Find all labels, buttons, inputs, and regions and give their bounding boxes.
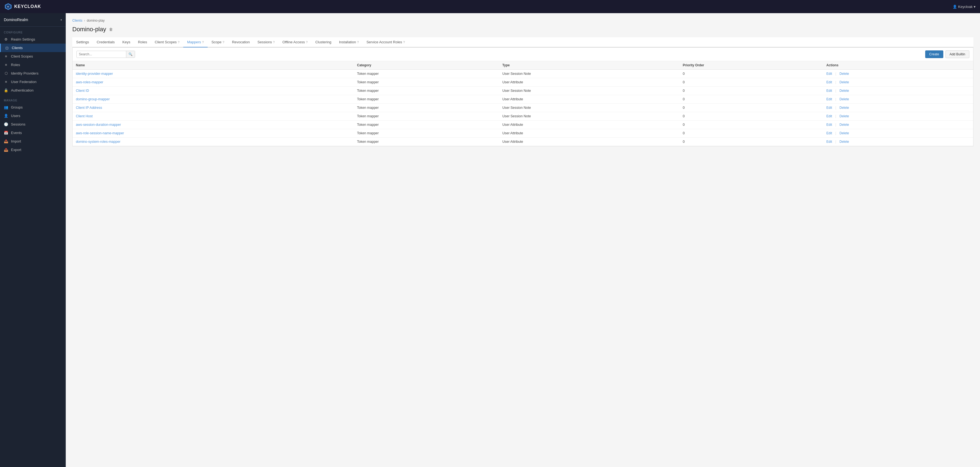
cell-priority: 0 bbox=[679, 129, 823, 137]
sidebar-item-authentication[interactable]: 🔒 Authentication bbox=[0, 86, 66, 94]
cell-name: identity-provider-mapper bbox=[73, 70, 354, 78]
tab-mappers-label: Mappers bbox=[187, 40, 201, 44]
edit-button[interactable]: Edit bbox=[826, 72, 832, 76]
tab-settings[interactable]: Settings bbox=[72, 37, 93, 48]
edit-button[interactable]: Edit bbox=[826, 80, 832, 84]
cell-priority: 0 bbox=[679, 137, 823, 146]
mapper-link[interactable]: Client IP Address bbox=[76, 106, 102, 110]
cell-actions: Edit | Delete bbox=[823, 112, 973, 121]
breadcrumb-parent[interactable]: Clients bbox=[72, 19, 83, 22]
table-row: aws-roles-mapper Token mapper User Attri… bbox=[73, 78, 973, 87]
tab-keys-label: Keys bbox=[123, 40, 130, 44]
delete-button[interactable]: Delete bbox=[840, 131, 849, 135]
search-button[interactable]: 🔍 bbox=[126, 51, 135, 57]
action-separator: | bbox=[835, 97, 836, 101]
cell-actions: Edit | Delete bbox=[823, 70, 973, 78]
sidebar-item-users[interactable]: 👤 Users bbox=[0, 112, 66, 120]
svg-text:K: K bbox=[7, 5, 9, 8]
sidebar-item-client-scopes[interactable]: ≡ Client Scopes bbox=[0, 52, 66, 61]
tab-keys[interactable]: Keys bbox=[119, 37, 134, 48]
sidebar-item-label: Import bbox=[11, 139, 21, 143]
sidebar-item-identity-providers[interactable]: ⬡ Identity Providers bbox=[0, 69, 66, 78]
client-scopes-help-icon: ? bbox=[178, 41, 180, 44]
delete-button[interactable]: Delete bbox=[840, 72, 849, 76]
search-input[interactable] bbox=[77, 51, 126, 57]
col-actions: Actions bbox=[823, 61, 973, 70]
sidebar-item-realm-settings[interactable]: ⚙ Realm Settings bbox=[0, 35, 66, 43]
edit-button[interactable]: Edit bbox=[826, 140, 832, 143]
mapper-link[interactable]: domino-group-mapper bbox=[76, 97, 110, 101]
sidebar-item-label: Roles bbox=[11, 63, 20, 67]
mapper-link[interactable]: aws-session-duration-mapper bbox=[76, 123, 121, 127]
delete-button[interactable]: Delete bbox=[840, 89, 849, 92]
tab-client-scopes[interactable]: Client Scopes ? bbox=[151, 37, 183, 48]
tab-mappers[interactable]: Mappers ? bbox=[183, 37, 208, 48]
tab-service-account-roles[interactable]: Service Account Roles ? bbox=[363, 37, 409, 48]
delete-button[interactable]: Delete bbox=[840, 80, 849, 84]
tab-roles[interactable]: Roles bbox=[134, 37, 151, 48]
add-builtin-button[interactable]: Add Builtin bbox=[945, 50, 969, 58]
cell-category: Token mapper bbox=[354, 70, 499, 78]
delete-button[interactable]: Delete bbox=[840, 97, 849, 101]
edit-button[interactable]: Edit bbox=[826, 97, 832, 101]
edit-button[interactable]: Edit bbox=[826, 131, 832, 135]
sidebar-item-events[interactable]: 📅 Events bbox=[0, 129, 66, 137]
delete-button[interactable]: Delete bbox=[840, 123, 849, 127]
mapper-link[interactable]: aws-roles-mapper bbox=[76, 80, 103, 84]
user-icon: 👤 bbox=[953, 5, 957, 9]
sidebar-item-roles[interactable]: ≡ Roles bbox=[0, 61, 66, 69]
delete-button[interactable]: Delete bbox=[840, 106, 849, 110]
tab-scope[interactable]: Scope ? bbox=[208, 37, 228, 48]
mapper-link[interactable]: identity-provider-mapper bbox=[76, 72, 113, 76]
tab-credentials[interactable]: Credentials bbox=[93, 37, 119, 48]
breadcrumb-current: domino-play bbox=[87, 19, 105, 22]
delete-button[interactable]: Delete bbox=[840, 114, 849, 118]
cell-type: User Attribute bbox=[499, 129, 679, 137]
cell-category: Token mapper bbox=[354, 137, 499, 146]
tab-revocation[interactable]: Revocation bbox=[228, 37, 254, 48]
sidebar-item-label: Groups bbox=[11, 105, 23, 109]
realm-selector[interactable]: DominoRealm ▾ bbox=[0, 13, 66, 27]
col-category: Category bbox=[354, 61, 499, 70]
mapper-link[interactable]: Client ID bbox=[76, 89, 89, 92]
cell-name: aws-roles-mapper bbox=[73, 78, 354, 87]
edit-button[interactable]: Edit bbox=[826, 114, 832, 118]
tab-sessions[interactable]: Sessions ? bbox=[254, 37, 278, 48]
cell-actions: Edit | Delete bbox=[823, 121, 973, 129]
cell-actions: Edit | Delete bbox=[823, 137, 973, 146]
sidebar-item-import[interactable]: 📥 Import bbox=[0, 137, 66, 145]
edit-button[interactable]: Edit bbox=[826, 123, 832, 127]
sidebar-item-clients[interactable]: ◻ Clients bbox=[0, 43, 66, 52]
tab-settings-label: Settings bbox=[76, 40, 89, 44]
cell-actions: Edit | Delete bbox=[823, 87, 973, 95]
table-row: Client ID Token mapper User Session Note… bbox=[73, 87, 973, 95]
delete-client-icon[interactable]: 🗑 bbox=[109, 27, 113, 32]
edit-button[interactable]: Edit bbox=[826, 106, 832, 110]
create-button[interactable]: Create bbox=[925, 50, 943, 58]
delete-button[interactable]: Delete bbox=[840, 140, 849, 143]
action-separator: | bbox=[835, 131, 836, 135]
edit-button[interactable]: Edit bbox=[826, 89, 832, 92]
installation-help-icon: ? bbox=[357, 41, 359, 44]
cell-name: aws-role-session-name-mapper bbox=[73, 129, 354, 137]
sidebar-item-label: Authentication bbox=[11, 88, 33, 92]
mapper-link[interactable]: domino-system-roles-mapper bbox=[76, 140, 121, 143]
roles-icon: ≡ bbox=[4, 63, 8, 67]
table-actions: Create Add Builtin bbox=[925, 50, 969, 58]
tab-clustering[interactable]: Clustering bbox=[312, 37, 335, 48]
user-menu[interactable]: 👤 Keycloak ▾ bbox=[953, 5, 975, 9]
cell-name: domino-system-roles-mapper bbox=[73, 137, 354, 146]
tab-offline-access[interactable]: Offline Access ? bbox=[278, 37, 312, 48]
sidebar-item-groups[interactable]: 👥 Groups bbox=[0, 103, 66, 112]
sidebar-item-user-federation[interactable]: ≡ User Federation bbox=[0, 78, 66, 86]
mapper-link[interactable]: aws-role-session-name-mapper bbox=[76, 131, 124, 135]
cell-priority: 0 bbox=[679, 104, 823, 112]
sidebar-item-export[interactable]: 📤 Export bbox=[0, 145, 66, 154]
tab-installation[interactable]: Installation ? bbox=[335, 37, 363, 48]
sidebar-item-sessions[interactable]: 🕐 Sessions bbox=[0, 120, 66, 129]
authentication-icon: 🔒 bbox=[4, 88, 8, 92]
mapper-link[interactable]: Client Host bbox=[76, 114, 92, 118]
service-account-help-icon: ? bbox=[403, 41, 405, 44]
tab-offline-access-label: Offline Access bbox=[282, 40, 305, 44]
tab-client-scopes-label: Client Scopes bbox=[155, 40, 177, 44]
